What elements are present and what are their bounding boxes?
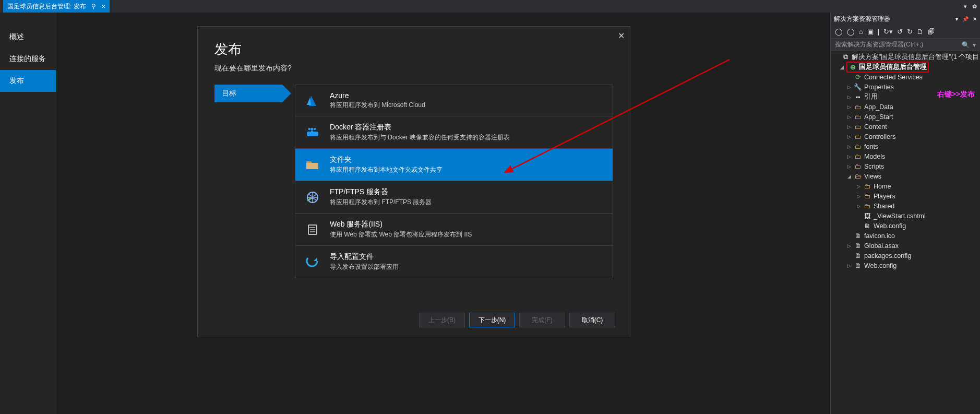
toolbar-collapse-icon[interactable]: ↺ (897, 28, 903, 36)
toolbar-file-icon[interactable]: 🗋 (917, 28, 924, 36)
solution-search[interactable]: 搜索解决方案资源管理器(Ctrl+;) 🔍▾ (831, 39, 980, 51)
folder-views[interactable]: ◢🗁Views (831, 171, 980, 181)
expand-icon[interactable]: ▷ (846, 124, 852, 129)
folder-views-players[interactable]: ▷🗀Players (831, 191, 980, 201)
target-title: Docker 容器注册表 (330, 123, 510, 132)
node-label: _ViewStart.cshtml (874, 212, 926, 220)
svg-rect-1 (308, 128, 310, 130)
node-label: fonts (864, 143, 878, 150)
expand-icon[interactable]: ▷ (856, 194, 861, 199)
folder-icon: 🗀 (854, 103, 862, 111)
expand-icon[interactable]: ◢ (846, 174, 852, 179)
tab-overflow-icon[interactable]: ▾ (964, 3, 967, 10)
panel-close-icon[interactable]: ✕ (973, 16, 977, 22)
target-ftp[interactable]: FTP/FTPS 服务器 将应用程序发布到 FTP/FTPS 服务器 (295, 181, 613, 214)
target-title: 文件夹 (330, 155, 443, 164)
toolbar-sync-icon[interactable]: ▣ (867, 28, 874, 36)
finish-button: 完成(F) (519, 313, 565, 327)
target-import-profile[interactable]: 导入配置文件 导入发布设置以部署应用 (295, 246, 613, 278)
target-desc: 导入发布设置以部署应用 (330, 263, 399, 271)
panel-titlebar[interactable]: 解决方案资源管理器 ▾ 📌 ✕ (831, 13, 980, 25)
svg-rect-2 (311, 128, 313, 130)
docker-icon (304, 124, 321, 141)
target-docker[interactable]: Docker 容器注册表 将应用程序发布到与 Docker 映像兼容的任何受支持… (295, 116, 613, 149)
folder-models[interactable]: ▷🗀Models (831, 151, 980, 161)
tab-settings-icon[interactable]: ✿ (972, 3, 977, 10)
node-label: Global.asax (864, 242, 899, 250)
folder-fonts[interactable]: ▷🗀fonts (831, 141, 980, 151)
document-tab[interactable]: 国足球员信息后台管理: 发布 ⚲ ✕ (3, 0, 110, 13)
target-iis[interactable]: Web 服务器(IIS) 使用 Web 部署或 Web 部署包将应用程序发布到 … (295, 214, 613, 246)
toolbar-refresh-icon[interactable]: ↻▾ (883, 28, 893, 36)
expand-icon[interactable]: ▷ (846, 164, 852, 169)
file-webconfig-root[interactable]: ▷🗎Web.config (831, 261, 980, 270)
toolbar-stack-icon[interactable]: 🗐 (928, 28, 935, 36)
expand-icon[interactable]: ▷ (846, 114, 852, 120)
target-title: Azure (330, 91, 425, 100)
folder-scripts[interactable]: ▷🗀Scripts (831, 161, 980, 171)
toolbar-showall-icon[interactable]: ↻ (907, 28, 913, 36)
expand-icon[interactable]: ▷ (846, 263, 852, 268)
file-views-webconfig[interactable]: 🗎Web.config (831, 221, 980, 231)
expand-icon[interactable]: ▷ (846, 104, 852, 110)
file-viewstart[interactable]: 🖼_ViewStart.cshtml (831, 211, 980, 221)
step-tab-label: 目标 (222, 89, 236, 98)
project-node[interactable]: ◢ ⊕ 国足球员信息后台管理 (831, 62, 980, 72)
node-label: 国足球员信息后台管理 (859, 63, 927, 72)
folder-appstart[interactable]: ▷🗀App_Start (831, 112, 980, 122)
nav-publish[interactable]: 发布 (0, 70, 56, 92)
folder-views-shared[interactable]: ▷🗀Shared (831, 201, 980, 211)
expand-icon[interactable]: ▷ (846, 85, 852, 90)
toolbar-forward-icon[interactable]: ◯ (847, 28, 855, 36)
solution-node[interactable]: ⧉ 解决方案"国足球员信息后台管理"(1 个项目 (831, 52, 980, 62)
pin-icon[interactable]: ⚲ (91, 3, 96, 10)
toolbar-home-icon[interactable]: ⌂ (859, 28, 863, 36)
search-icon[interactable]: 🔍 (962, 41, 970, 49)
folder-controllers[interactable]: ▷🗀Controllers (831, 132, 980, 141)
target-desc: 将应用程序发布到与 Docker 映像兼容的任何受支持的容器注册表 (330, 133, 510, 142)
config-icon: 🗎 (863, 222, 871, 230)
folder-icon: 🗀 (854, 163, 862, 170)
expand-icon[interactable]: ▷ (846, 144, 852, 149)
next-button[interactable]: 下一步(N) (469, 313, 515, 327)
folder-views-home[interactable]: ▷🗀Home (831, 181, 980, 191)
publish-left-nav: 概述 连接的服务 发布 (0, 13, 56, 414)
connected-icon: ⟳ (854, 73, 862, 81)
expand-icon[interactable]: ▷ (846, 243, 852, 249)
solution-search-placeholder: 搜索解决方案资源管理器(Ctrl+;) (835, 40, 923, 49)
panel-pin-icon[interactable]: 📌 (962, 16, 969, 22)
target-azure[interactable]: Azure 将应用程序发布到 Microsoft Cloud (295, 85, 613, 116)
references-icon: ▪▪ (854, 93, 862, 101)
toolbar-back-icon[interactable]: ◯ (835, 28, 843, 36)
nav-connected-services[interactable]: 连接的服务 (0, 48, 56, 70)
folder-appdata[interactable]: ▷🗀App_Data (831, 102, 980, 112)
expand-icon[interactable]: ▷ (846, 134, 852, 139)
node-label: App_Start (864, 113, 893, 121)
panel-dropdown-icon[interactable]: ▾ (955, 16, 958, 22)
file-globalasax[interactable]: ▷🗎Global.asax (831, 241, 980, 251)
expand-icon[interactable]: ▷ (846, 94, 852, 100)
expand-icon[interactable]: ◢ (839, 65, 844, 70)
document-tab-title: 国足球员信息后台管理: 发布 (7, 2, 86, 11)
expand-icon[interactable]: ▷ (846, 154, 852, 159)
wrench-icon: 🔧 (854, 83, 862, 91)
step-tab-target[interactable]: 目标 (214, 85, 282, 102)
search-dropdown-icon[interactable]: ▾ (973, 41, 976, 49)
file-packagesconfig[interactable]: 🗎packages.config (831, 251, 980, 261)
file-favicon[interactable]: 🗎favicon.ico (831, 231, 980, 241)
nav-overview[interactable]: 概述 (0, 26, 56, 48)
target-folder[interactable]: 文件夹 将应用程序发布到本地文件夹或文件共享 (295, 149, 613, 181)
node-label: Controllers (864, 133, 895, 140)
dialog-close-button[interactable]: ✕ (618, 31, 625, 41)
cancel-button[interactable]: 取消(C) (569, 313, 615, 327)
solution-tree: ⧉ 解决方案"国足球员信息后台管理"(1 个项目 ◢ ⊕ 国足球员信息后台管理 … (831, 51, 980, 414)
expand-icon[interactable]: ▷ (856, 204, 861, 209)
folder-content[interactable]: ▷🗀Content (831, 122, 980, 132)
node-label: Models (864, 153, 885, 160)
expand-icon[interactable]: ▷ (856, 184, 861, 189)
connected-services-node[interactable]: ⟳Connected Services (831, 72, 980, 82)
node-label: Shared (874, 203, 894, 210)
asax-icon: 🗎 (854, 242, 862, 250)
svg-rect-3 (314, 128, 316, 130)
close-icon[interactable]: ✕ (101, 4, 105, 9)
